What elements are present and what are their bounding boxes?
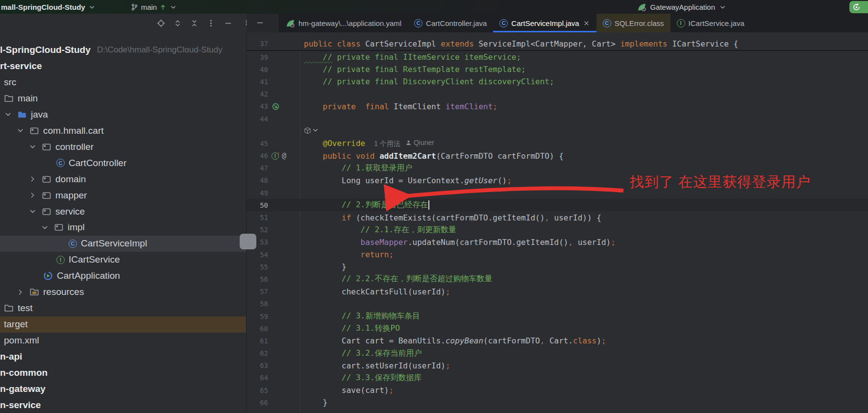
chevron-right-icon[interactable] xyxy=(28,175,37,183)
tree-item-n-gateway[interactable]: n-gateway xyxy=(0,381,247,397)
spring-bean-icon[interactable] xyxy=(272,102,280,111)
chevron-down-icon[interactable] xyxy=(16,126,25,135)
tree-item-main[interactable]: main xyxy=(0,90,247,106)
line-number[interactable]: 58 xyxy=(247,300,268,308)
tree-item-mapper[interactable]: mapper xyxy=(0,187,247,203)
line-number[interactable]: 41 xyxy=(247,78,268,86)
tree-item-src[interactable]: src xyxy=(0,74,247,90)
line-number[interactable]: 55 xyxy=(247,263,268,271)
tree-item-l-springcloud-study[interactable]: l-SpringCloud-StudyD:\Code\hmall-SpringC… xyxy=(0,42,247,58)
tab-cartserviceimpl-java[interactable]: CCartServiceImpl.java xyxy=(493,14,596,32)
tree-item-n-api[interactable]: n-api xyxy=(0,349,247,365)
line-number[interactable]: 52 xyxy=(247,226,268,234)
line-number[interactable]: 42 xyxy=(247,90,268,98)
line-number[interactable]: 59 xyxy=(247,313,268,320)
tree-item-java[interactable]: java xyxy=(0,106,247,122)
chevron-down-small-icon[interactable] xyxy=(311,126,320,134)
tab-strip-controls xyxy=(247,14,279,32)
line-number[interactable]: 60 xyxy=(247,325,268,333)
unfold-icon[interactable] xyxy=(174,19,182,27)
tree-item-label: controller xyxy=(55,142,94,152)
tree-item-cartapplication[interactable]: CartApplication xyxy=(0,268,247,284)
line-number[interactable]: 65 xyxy=(247,387,268,394)
tree-item-icartservice[interactable]: IICartService xyxy=(0,252,247,268)
close-icon[interactable] xyxy=(583,20,590,27)
tree-item-cartserviceimpl[interactable]: CCartServiceImpl xyxy=(0,236,247,252)
tab-hm-gateway-application-yaml[interactable]: hm-gateway\...\application.yaml xyxy=(279,14,408,32)
line-number[interactable]: 40 xyxy=(247,66,268,73)
line-number[interactable]: 44 xyxy=(247,115,268,123)
dash-icon[interactable] xyxy=(223,19,233,27)
line-number[interactable]: 64 xyxy=(247,374,268,382)
line-number[interactable]: 43 xyxy=(247,102,268,110)
line-number[interactable]: 57 xyxy=(247,288,268,295)
locate-icon[interactable] xyxy=(157,19,165,27)
tree-item-cartcontroller[interactable]: CCartController xyxy=(0,155,247,171)
line-number[interactable]: 46 xyxy=(247,152,268,160)
line-number[interactable]: 61 xyxy=(247,337,268,345)
package-icon xyxy=(42,142,51,152)
line-number[interactable]: 62 xyxy=(247,349,268,357)
tree-item-domain[interactable]: domain xyxy=(0,171,247,187)
code-lines: 39 // private final IItemService itemSer… xyxy=(247,51,868,409)
line-number[interactable]: 37 xyxy=(247,40,268,48)
chevron-down-icon[interactable] xyxy=(4,110,12,119)
git-branch-icon xyxy=(130,3,139,11)
at-icon[interactable]: @ xyxy=(282,151,286,160)
code-line-57: 57 checkCartsFull(userId); xyxy=(247,286,868,298)
tab-sqlerror-class[interactable]: CSQLError.class xyxy=(596,14,670,32)
kebab-icon[interactable] xyxy=(207,19,215,27)
line-number[interactable]: 47 xyxy=(247,164,268,172)
vkebab-icon[interactable] xyxy=(243,19,249,27)
line-number[interactable]: 54 xyxy=(247,251,268,259)
tree-item-target[interactable]: target xyxy=(0,316,247,333)
line-number[interactable]: 39 xyxy=(247,53,268,61)
rerun-button[interactable] xyxy=(849,1,868,13)
run-config-widget[interactable]: GatewayApplication xyxy=(637,0,727,14)
line-number[interactable]: 45 xyxy=(247,140,268,147)
cube-icon[interactable] xyxy=(304,127,311,134)
code-line-inlay-6 xyxy=(247,125,868,137)
author-inlay[interactable]: Qiuner xyxy=(405,139,434,146)
line-number[interactable]: 63 xyxy=(247,362,268,369)
line-number[interactable]: 66 xyxy=(247,399,268,407)
line-number[interactable]: 48 xyxy=(247,176,268,184)
tree-item-n-common[interactable]: n-common xyxy=(0,365,247,381)
tree-item-label: main xyxy=(18,93,38,104)
chevron-down-icon[interactable] xyxy=(28,143,37,151)
tree-item-n-service[interactable]: n-service xyxy=(0,397,247,413)
tree-item-impl[interactable]: impl xyxy=(0,219,247,236)
project-tree[interactable]: l-SpringCloud-StudyD:\Code\hmall-SpringC… xyxy=(0,32,247,413)
tree-item-com-hmall-cart[interactable]: com.hmall.cart xyxy=(0,122,247,139)
project-widget[interactable]: mall-SpringCloud-Study xyxy=(1,3,96,11)
chevron-right-icon[interactable] xyxy=(28,191,37,199)
tree-item-pom-xml[interactable]: pom.xml xyxy=(0,333,247,349)
code-text: @Override1 个用法Qiuner xyxy=(300,139,434,148)
push-arrow-icon xyxy=(159,3,167,11)
line-number[interactable]: 51 xyxy=(247,214,268,221)
branch-widget[interactable]: main xyxy=(130,3,178,11)
scrollbar-thumb[interactable] xyxy=(240,234,256,249)
chevron-down-icon[interactable] xyxy=(41,223,49,232)
collapse-icon[interactable] xyxy=(190,19,198,27)
usages-inlay[interactable]: 1 个用法 xyxy=(374,140,400,148)
line-number[interactable]: 49 xyxy=(247,189,268,197)
override-up-icon[interactable]: I↑ xyxy=(272,152,280,160)
tab-cartcontroller-java[interactable]: CCartController.java xyxy=(408,14,493,32)
line-number[interactable]: 56 xyxy=(247,275,268,283)
code-line-61: 61 Cart cart = BeanUtils.copyBean(cartFo… xyxy=(247,335,868,347)
tree-item-rt-service[interactable]: rt-service xyxy=(0,58,247,74)
chevron-down-icon[interactable] xyxy=(28,207,37,216)
tree-item-controller[interactable]: controller xyxy=(0,139,247,155)
tree-item-test[interactable]: test xyxy=(0,300,247,316)
tab-icartservice-java[interactable]: IICartService.java xyxy=(670,14,751,32)
dash-icon[interactable] xyxy=(255,19,265,27)
code-editor[interactable]: 37public class CartServiceImpl extends S… xyxy=(247,32,868,413)
sticky-line: 37public class CartServiceImpl extends S… xyxy=(247,32,868,51)
code-text: // private final DiscoveryClient discove… xyxy=(300,77,554,86)
project-name: mall-SpringCloud-Study xyxy=(1,3,85,11)
chevron-right-icon[interactable] xyxy=(16,288,25,296)
tree-item-resources[interactable]: resources xyxy=(0,284,247,300)
tree-item-service[interactable]: service xyxy=(0,203,247,219)
line-number[interactable]: 50 xyxy=(247,201,268,209)
